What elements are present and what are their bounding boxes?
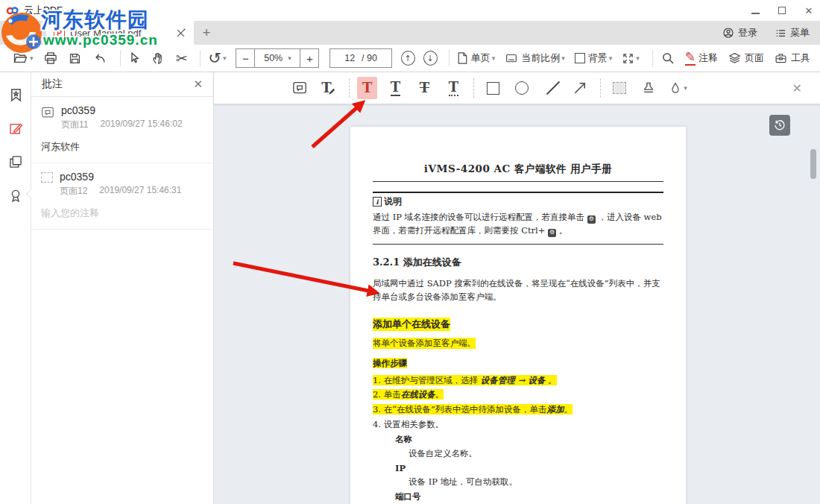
line-icon [543, 81, 558, 95]
underline-text-tool[interactable]: T [384, 77, 406, 99]
typewriter-pencil-icon [328, 87, 336, 95]
search-button[interactable] [660, 51, 675, 66]
droplet-caret-icon: ▾ [684, 84, 687, 92]
pdf-note-box: i 说明 通过 IP 域名连接的设备可以进行远程配置，若直接单击 ⚙ ，进入设备… [373, 192, 663, 245]
rotate-caret-icon: ▾ [223, 54, 227, 62]
highlight-text-tool[interactable]: T [357, 77, 377, 99]
background-caret-icon: ▾ [609, 54, 613, 62]
vertical-scrollbar[interactable] [810, 149, 816, 179]
annotation-page: 页面11 [61, 119, 88, 131]
history-button[interactable] [769, 115, 790, 136]
print-button[interactable] [43, 51, 58, 66]
user-icon [722, 27, 734, 39]
arrow-up-icon: ↑ [405, 54, 411, 63]
minimize-button[interactable] [750, 5, 760, 16]
annotation-list-item[interactable]: pc0359 页面11 2019/09/27 15:46:02 河东软件 [31, 97, 213, 163]
fullscreen-button[interactable]: ▾ [622, 52, 640, 65]
annotation-author: pc0359 [61, 104, 203, 116]
fullscreen-icon [622, 52, 634, 65]
annotation-toolbar-divider [473, 78, 474, 98]
zoom-caret-icon: ▾ [288, 54, 291, 62]
annotation-toolbar: T T T T T [214, 72, 820, 104]
tab-document[interactable]: P User Manual.pdf [46, 21, 194, 45]
current-scale-button[interactable]: 当前比例 ▾ [505, 51, 565, 65]
step-4: 4. 设置相关参数。 [373, 419, 444, 429]
undo-button[interactable] [92, 51, 107, 66]
sidebar-signature-button[interactable] [0, 180, 31, 210]
save-button[interactable] [68, 51, 82, 66]
open-file-button[interactable]: ▾ [12, 51, 34, 66]
strikethrough-text-tool[interactable]: T [413, 77, 435, 99]
page-mode-icon [457, 51, 468, 65]
page-number-input[interactable]: 12 / 90 [329, 48, 391, 68]
select-area-tool[interactable] [608, 77, 631, 99]
login-button[interactable]: 登录 [722, 26, 757, 40]
monitor-icon [505, 52, 518, 65]
pages-button[interactable]: 页面 [728, 51, 764, 65]
snapshot-tool-button[interactable]: ✂ [175, 51, 187, 66]
zoom-in-button[interactable]: + [300, 48, 319, 68]
info-doc-icon: i [373, 197, 382, 207]
steps-list: 1. 在维护与管理区域，选择 设备管理 → 设备 。 2. 单击在线设备。 3.… [373, 374, 663, 431]
new-tab-button[interactable]: + [194, 21, 219, 45]
param-desc: 设备自定义名称。 [409, 448, 663, 459]
annotate-button[interactable]: ✎ 注释 [685, 51, 718, 66]
hand-tool-button[interactable] [151, 51, 165, 66]
panel-close-button[interactable]: ✕ [193, 78, 203, 91]
tab-bar: 首页 P User Manual.pdf + 登录 菜单 [0, 21, 820, 45]
maximize-button[interactable] [777, 5, 787, 16]
section-intro: 局域网中通过 SADP 搜索到的在线设备，将呈现在“在线设备”列表中，并支持单台… [373, 277, 663, 304]
stamp-tool[interactable] [637, 77, 660, 99]
single-page-mode-button[interactable]: 单页 ▾ [457, 51, 496, 65]
squiggly-underline-text-tool[interactable]: T [442, 77, 464, 99]
annotation-toolbar-close-button[interactable]: ✕ [792, 72, 802, 104]
arrow-tool[interactable] [569, 77, 591, 99]
highlight-text-icon: T [362, 81, 372, 95]
annotation-time: 2019/09/27 15:46:02 [100, 119, 182, 131]
award-ribbon-icon [8, 188, 23, 204]
step-1: 1. 在维护与管理区域，选择 设备管理 → 设备 。 [373, 375, 557, 385]
toolbar-divider [200, 50, 201, 66]
previous-page-button[interactable]: ↑ [401, 51, 415, 66]
pin-icon[interactable] [175, 28, 186, 39]
annotation-comment-input[interactable]: 输入您的注释 [41, 207, 203, 220]
typewriter-text-tool[interactable]: T [318, 77, 340, 99]
tools-button[interactable]: 工具 [774, 51, 810, 65]
note-comment-icon [292, 81, 307, 95]
close-button[interactable]: ✕ [804, 5, 814, 16]
tab-home[interactable]: 首页 [0, 21, 46, 45]
bookmark-star-icon [8, 87, 24, 103]
sidebar-annotations-button[interactable] [0, 113, 31, 143]
copy-pages-icon [8, 154, 23, 169]
panel-title: 批注 [42, 78, 193, 91]
background-button[interactable]: 背景 ▾ [575, 51, 613, 65]
fullscreen-caret-icon: ▾ [636, 54, 640, 62]
next-page-button[interactable]: ↓ [423, 51, 438, 66]
scale-caret-icon: ▾ [561, 54, 565, 62]
left-sidebar [0, 72, 31, 504]
pdf-file-icon: P [54, 28, 65, 39]
note-comment-tool[interactable] [288, 77, 311, 99]
rectangle-tool[interactable] [482, 77, 504, 99]
annotate-label: 注释 [698, 51, 718, 65]
zoom-out-button[interactable]: − [236, 48, 254, 68]
history-clock-icon [773, 119, 786, 132]
gear-icon: ⚙ [587, 215, 596, 224]
sidebar-bookmarks-button[interactable] [0, 80, 31, 110]
line-tool[interactable] [540, 77, 562, 99]
zoom-level-select[interactable]: 50% ▾ [254, 48, 300, 68]
blur-droplet-tool[interactable]: ▾ [666, 77, 689, 99]
scissors-icon: ✂ [175, 51, 187, 66]
rotate-button[interactable]: ↺ ▾ [208, 51, 226, 66]
annotation-list-item[interactable]: pc0359 页面12 2019/09/27 15:46:31 输入您的注释 [31, 163, 213, 230]
sidebar-thumbnails-button[interactable] [0, 147, 31, 177]
menu-button[interactable]: 菜单 [775, 26, 810, 40]
minimize-icon [751, 13, 760, 14]
ellipse-tool[interactable] [511, 77, 533, 99]
text-comment-icon [41, 107, 54, 119]
select-tool-button[interactable] [127, 51, 141, 66]
squiggly-underline-text-icon: T [449, 81, 458, 96]
edit-annotation-icon [8, 121, 24, 136]
pages-label: 页面 [745, 51, 764, 65]
pdf-doc-title: iVMS-4200 AC 客户端软件 用户手册 [373, 163, 663, 182]
